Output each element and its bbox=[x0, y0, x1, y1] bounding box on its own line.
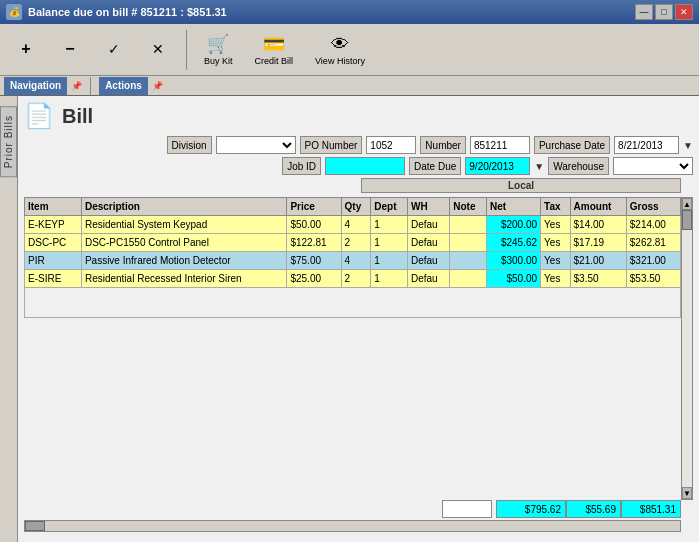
h-scroll-thumb[interactable] bbox=[25, 521, 45, 531]
col-description: Description bbox=[81, 198, 287, 216]
actions-pin-icon[interactable]: 📌 bbox=[152, 81, 163, 91]
cell-note bbox=[450, 234, 487, 252]
minimize-button[interactable]: — bbox=[635, 4, 653, 20]
purchase-date-label: Purchase Date bbox=[534, 136, 610, 154]
navigation-label: Navigation bbox=[4, 77, 67, 95]
credit-bill-button[interactable]: 💳 Credit Bill bbox=[246, 30, 303, 69]
col-tax: Tax bbox=[541, 198, 570, 216]
cell-amount: $17.19 bbox=[570, 234, 626, 252]
memo-input[interactable] bbox=[442, 500, 492, 518]
remove-button[interactable]: − bbox=[50, 37, 90, 62]
cell-qty: 4 bbox=[341, 216, 371, 234]
cell-price: $50.00 bbox=[287, 216, 341, 234]
actions-section: Actions 📌 bbox=[95, 76, 167, 96]
total-gross: $851.31 bbox=[621, 500, 681, 518]
bill-icon: 📄 bbox=[24, 102, 54, 130]
cell-note bbox=[450, 252, 487, 270]
spacer bbox=[24, 178, 361, 195]
cell-tax: Yes bbox=[541, 270, 570, 288]
cell-item: E-SIRE bbox=[25, 270, 82, 288]
cancel-button[interactable]: ✕ bbox=[138, 38, 178, 61]
table-row[interactable]: E-SIRE Residential Recessed Interior Sir… bbox=[25, 270, 681, 288]
confirm-button[interactable]: ✓ bbox=[94, 38, 134, 61]
cell-dept: 1 bbox=[371, 270, 408, 288]
nav-pin-icon[interactable]: 📌 bbox=[71, 81, 82, 91]
fields-row-1: Division PO Number Number Purchase Date … bbox=[24, 136, 693, 154]
remove-icon: − bbox=[65, 40, 74, 58]
col-price: Price bbox=[287, 198, 341, 216]
cell-item: DSC-PC bbox=[25, 234, 82, 252]
credit-icon: 💳 bbox=[263, 33, 285, 55]
totals-row: $795.62 $55.69 $851.31 bbox=[24, 500, 681, 518]
table-row[interactable]: PIR Passive Infrared Motion Detector $75… bbox=[25, 252, 681, 270]
toolbar-separator bbox=[186, 30, 187, 70]
cell-amount: $3.50 bbox=[570, 270, 626, 288]
cell-wh: Defau bbox=[407, 270, 449, 288]
cell-gross: $214.00 bbox=[626, 216, 680, 234]
purchase-date-input[interactable] bbox=[614, 136, 679, 154]
cell-desc: Residential System Keypad bbox=[81, 216, 287, 234]
table-scrollbar[interactable]: ▲ ▼ bbox=[681, 197, 693, 500]
number-label: Number bbox=[420, 136, 466, 154]
view-history-button[interactable]: 👁 View History bbox=[306, 31, 374, 69]
credit-bill-label: Credit Bill bbox=[255, 56, 294, 66]
cell-net: $50.00 bbox=[486, 270, 540, 288]
maximize-button[interactable]: □ bbox=[655, 4, 673, 20]
bill-table: Item Description Price Qty Dept WH Note … bbox=[24, 197, 681, 318]
main-content: Prior Bills 📄 Bill Division PO Number Nu… bbox=[0, 96, 699, 542]
cell-tax: Yes bbox=[541, 216, 570, 234]
cell-gross: $53.50 bbox=[626, 270, 680, 288]
nav-divider bbox=[90, 77, 91, 95]
cell-wh: Defau bbox=[407, 234, 449, 252]
col-item: Item bbox=[25, 198, 82, 216]
close-button[interactable]: ✕ bbox=[675, 4, 693, 20]
col-net: Net bbox=[486, 198, 540, 216]
table-row-empty bbox=[25, 288, 681, 318]
add-icon: + bbox=[21, 40, 30, 58]
date-due-picker-icon[interactable]: ▼ bbox=[534, 161, 544, 172]
cell-tax: Yes bbox=[541, 252, 570, 270]
app-icon: 💰 bbox=[6, 4, 22, 20]
col-wh: WH bbox=[407, 198, 449, 216]
local-label: Local bbox=[361, 178, 681, 193]
add-button[interactable]: + bbox=[6, 37, 46, 62]
cell-desc: DSC-PC1550 Control Panel bbox=[81, 234, 287, 252]
nav-band: Navigation 📌 Actions 📌 bbox=[0, 76, 699, 96]
table-header-row: Item Description Price Qty Dept WH Note … bbox=[25, 198, 681, 216]
po-number-label: PO Number bbox=[300, 136, 363, 154]
number-input[interactable] bbox=[470, 136, 530, 154]
window-controls[interactable]: — □ ✕ bbox=[635, 4, 693, 20]
division-select[interactable] bbox=[216, 136, 296, 154]
navigation-section: Navigation 📌 bbox=[0, 76, 86, 96]
col-amount: Amount bbox=[570, 198, 626, 216]
scroll-up-arrow[interactable]: ▲ bbox=[682, 198, 692, 210]
horizontal-scrollbar[interactable] bbox=[24, 520, 681, 532]
left-sidebar: Prior Bills bbox=[0, 96, 18, 542]
po-number-input[interactable] bbox=[366, 136, 416, 154]
table-row[interactable]: DSC-PC DSC-PC1550 Control Panel $122.81 … bbox=[25, 234, 681, 252]
fields-row-2: Job ID Date Due ▼ Warehouse bbox=[24, 157, 693, 175]
cell-price: $75.00 bbox=[287, 252, 341, 270]
scroll-down-arrow[interactable]: ▼ bbox=[682, 487, 692, 499]
cell-item: PIR bbox=[25, 252, 82, 270]
total-net: $795.62 bbox=[496, 500, 566, 518]
date-due-input[interactable] bbox=[465, 157, 530, 175]
job-id-input[interactable] bbox=[325, 157, 405, 175]
cell-dept: 1 bbox=[371, 216, 408, 234]
cell-qty: 2 bbox=[341, 234, 371, 252]
view-history-label: View History bbox=[315, 56, 365, 66]
cell-wh: Defau bbox=[407, 216, 449, 234]
purchase-date-picker-icon[interactable]: ▼ bbox=[683, 140, 693, 151]
scroll-thumb[interactable] bbox=[682, 210, 692, 230]
table-row[interactable]: E-KEYP Residential System Keypad $50.00 … bbox=[25, 216, 681, 234]
buy-kit-button[interactable]: 🛒 Buy Kit bbox=[195, 30, 242, 69]
prior-bills-tab[interactable]: Prior Bills bbox=[0, 106, 17, 177]
total-amount: $55.69 bbox=[566, 500, 621, 518]
warehouse-select[interactable] bbox=[613, 157, 693, 175]
cell-net: $200.00 bbox=[486, 216, 540, 234]
cell-net: $245.62 bbox=[486, 234, 540, 252]
cell-dept: 1 bbox=[371, 252, 408, 270]
cell-wh: Defau bbox=[407, 252, 449, 270]
bill-title: Bill bbox=[62, 105, 93, 128]
x-icon: ✕ bbox=[152, 41, 164, 57]
